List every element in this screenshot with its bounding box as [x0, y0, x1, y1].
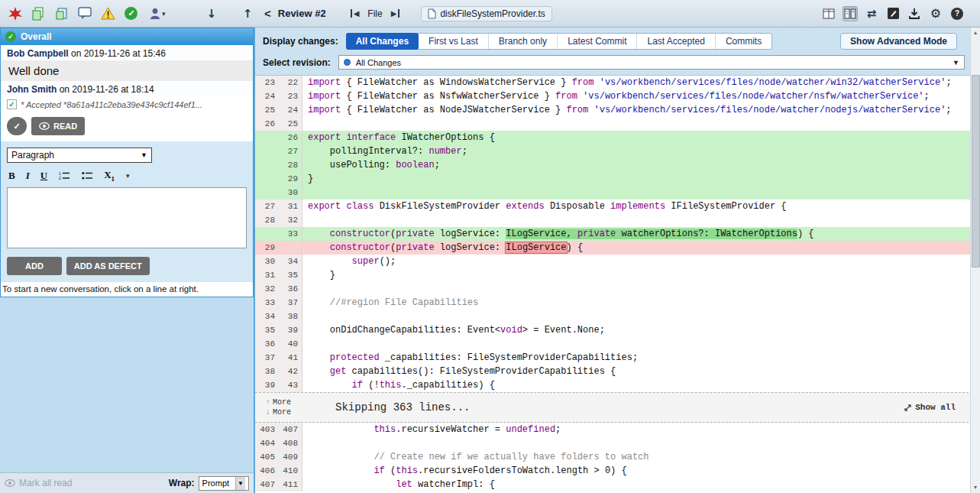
scrollbar-down-arrow[interactable]: ▼ — [973, 482, 978, 492]
first-file-icon[interactable]: ◀ — [351, 9, 361, 18]
diff-line[interactable]: 26export interface IWatcherOptions { — [255, 131, 980, 144]
compare-icon[interactable]: ⇄ — [864, 6, 879, 21]
changed-files-icon[interactable] — [31, 6, 45, 21]
diff-line[interactable]: 3741 protected _capabilities: FileSystem… — [255, 351, 980, 365]
chevron-down-icon: ▾ — [162, 10, 166, 18]
diff-line[interactable]: 406410 if (this.recursiveFoldersToWatch.… — [255, 464, 980, 478]
diff-line[interactable]: 29 constructor(private logService: ILogS… — [255, 241, 980, 255]
file-tab[interactable]: diskFileSystemProvider.ts — [421, 6, 551, 21]
diff-line[interactable]: 3640 — [255, 337, 980, 351]
revision-select[interactable]: All Changes ▼ — [338, 55, 965, 70]
accept-button[interactable]: ✓ — [7, 117, 27, 135]
wrap-label: Wrap: — [169, 478, 195, 488]
chat-bubble-icon[interactable] — [77, 6, 92, 21]
show-more-up-button[interactable]: ↑More — [266, 398, 291, 407]
line-number-new: 25 — [279, 117, 302, 131]
mark-all-read-button[interactable]: Mark all read — [5, 478, 72, 488]
comment-editor: Paragraph ▼ B I U 12 X1 ▾ — [1, 141, 253, 281]
tab-commits[interactable]: Commits — [716, 34, 771, 49]
ordered-list-icon[interactable]: 12 — [58, 170, 70, 181]
scrollbar-up-arrow[interactable]: ▲ — [973, 28, 978, 37]
diff-line[interactable]: 3943 if (!this._capabilities) { — [255, 378, 980, 392]
diff-line[interactable]: 3438 — [255, 310, 980, 323]
diff-line[interactable]: 3539 onDidChangeCapabilities: Event<void… — [255, 323, 980, 337]
diff-line[interactable]: 29} — [255, 172, 980, 186]
diff-line[interactable]: 404408 — [255, 436, 980, 450]
columns-layout-icon[interactable] — [821, 6, 836, 21]
diff-line[interactable]: 405409 // Create new if we actually have… — [255, 450, 980, 464]
versions-icon[interactable] — [54, 6, 69, 21]
diff-line[interactable]: 2731export class DiskFileSystemProvider … — [255, 199, 980, 213]
subscript-icon[interactable]: X1 — [104, 169, 115, 183]
line-number-new: 409 — [279, 450, 302, 464]
wrap-group: Wrap: Prompt ▼ — [169, 476, 249, 491]
line-number-old — [255, 172, 279, 186]
diff-filter-bar: Display changes: All ChangesFirst vs Las… — [255, 28, 980, 76]
display-tabs: All ChangesFirst vs LastBranch onlyLates… — [346, 33, 773, 50]
diff-line[interactable]: 27 pollingInterval?: number; — [255, 144, 980, 158]
comment-input[interactable] — [7, 187, 247, 248]
diff-line[interactable]: 2322import { FileWatcher as WindowsWatch… — [255, 76, 980, 89]
tab-latest-commit[interactable]: Latest Commit — [558, 34, 637, 49]
add-button[interactable]: ADD — [7, 257, 62, 275]
scroll-down-icon[interactable]: ↓ — [204, 6, 218, 21]
chevron-down-icon: ▼ — [235, 477, 245, 490]
diff-line[interactable]: 3236 — [255, 282, 980, 296]
diff-line[interactable]: 28 usePolling: boolean; — [255, 158, 980, 172]
diff-line[interactable]: 2423import { FileWatcher as NsfwWatcherS… — [255, 89, 980, 103]
tab-last-accepted[interactable]: Last Accepted — [637, 34, 715, 49]
tab-first-vs-last[interactable]: First vs Last — [419, 34, 489, 49]
overall-header[interactable]: ✓ Overall — [1, 28, 253, 45]
line-number-new: 30 — [279, 186, 302, 199]
diff-line[interactable]: 2524import { FileWatcher as NodeJSWatche… — [255, 103, 980, 117]
diff-line[interactable]: 3135 } — [255, 268, 980, 282]
show-all-button[interactable]: Show all — [904, 403, 956, 412]
logo-icon[interactable] — [8, 6, 22, 21]
line-number-old — [255, 158, 279, 172]
italic-icon[interactable]: I — [26, 170, 30, 182]
more-formats-icon[interactable]: ▾ — [126, 172, 130, 180]
underline-icon[interactable]: U — [40, 170, 47, 182]
show-advanced-mode-button[interactable]: Show Advanced Mode — [840, 33, 957, 50]
help-icon[interactable]: ? — [949, 6, 965, 21]
download-icon[interactable] — [907, 6, 922, 21]
tab-all-changes[interactable]: All Changes — [346, 33, 419, 50]
last-file-icon[interactable]: ▶ — [390, 9, 400, 18]
bold-icon[interactable]: B — [8, 170, 15, 182]
approved-icon[interactable]: ✓ — [124, 6, 138, 21]
diff-line[interactable]: 2625 — [255, 117, 980, 131]
add-as-defect-button[interactable]: ADD AS DEFECT — [66, 257, 150, 275]
user-icon[interactable]: ▾ — [147, 6, 168, 21]
bullet-list-icon[interactable] — [81, 170, 93, 181]
diff-line[interactable]: 3842 get capabilities(): FileSystemProvi… — [255, 365, 980, 378]
vertical-scrollbar[interactable]: ▲ ▼ — [970, 28, 980, 493]
tab-branch-only[interactable]: Branch only — [489, 34, 558, 49]
edit-overlay-icon[interactable] — [885, 6, 901, 21]
read-button[interactable]: READ — [31, 117, 85, 135]
diff-line[interactable]: 30 — [255, 186, 980, 199]
comment-meta: on 2019-11-26 at 15:46 — [69, 48, 166, 59]
scrollbar-thumb[interactable] — [972, 75, 980, 268]
wrap-select[interactable]: Prompt ▼ — [199, 476, 249, 491]
back-icon[interactable]: < — [264, 7, 271, 20]
settings-gear-icon[interactable]: ⚙ — [928, 6, 943, 21]
code-text: } — [302, 268, 980, 282]
scroll-up-icon[interactable]: ↑ — [241, 6, 255, 21]
paragraph-style-select[interactable]: Paragraph ▼ — [7, 148, 152, 163]
file-nav-label[interactable]: File — [367, 8, 382, 19]
line-number-old: 39 — [255, 378, 279, 392]
split-diff-view-icon[interactable] — [843, 6, 858, 21]
diff-line[interactable]: 403407 this.recursiveWatcher = undefined… — [255, 423, 980, 436]
code-text: // Create new if we actually have folder… — [302, 450, 980, 464]
show-more-down-button[interactable]: ↓More — [266, 408, 291, 417]
diff-line[interactable]: 2832 — [255, 213, 980, 227]
diff-line[interactable]: 407411 let watcherImpl: { — [255, 478, 980, 491]
diff-line[interactable]: 33 constructor(private logService: ILogS… — [255, 227, 980, 241]
diff-line[interactable]: 3337 //#region File Capabilities — [255, 296, 980, 310]
warning-icon[interactable] — [101, 6, 115, 21]
eye-icon — [5, 479, 15, 487]
line-number-new: 411 — [279, 478, 302, 491]
line-number-new: 23 — [279, 89, 302, 103]
review-title[interactable]: Review #2 — [278, 8, 326, 19]
diff-line[interactable]: 3034 super(); — [255, 255, 980, 268]
